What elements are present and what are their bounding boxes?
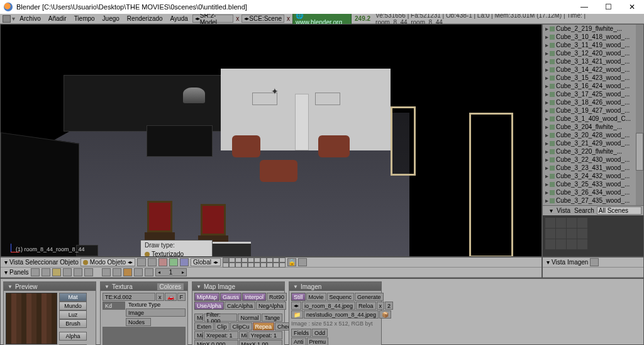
outliner-item[interactable]: ▸Cube_2_219_flwhite_... [543,25,643,33]
tangent-btn[interactable]: Tange [262,314,282,322]
menu-anadir[interactable]: Añadir [45,15,70,22]
mi-btn3[interactable]: Mi [239,331,248,339]
image-name[interactable]: io_room_8_44.jpeg [302,302,355,310]
img-pin-icon[interactable] [590,258,599,266]
odd-btn[interactable]: Odd [312,329,328,337]
sub-material[interactable] [113,268,121,276]
outliner-item[interactable]: ▸Cube_3_204_flwhite_... [543,123,643,131]
usealpha-btn[interactable]: UseAlpha [194,302,224,310]
calcalpha-btn[interactable]: CalcAlpha [225,302,255,310]
yrepeat-field[interactable]: Yrepeat: 1 [248,331,283,339]
movie-btn[interactable]: Movie [306,293,326,301]
manipulator-scale[interactable] [180,258,189,266]
img-x[interactable]: x [377,302,385,310]
outliner-item[interactable]: ▸Cube_3_21_429_wood_... [543,139,643,147]
tex-fake[interactable]: F [177,293,186,301]
manipulator-rotate[interactable] [169,258,178,266]
context-object[interactable] [63,268,72,276]
outliner-item[interactable]: ▸Cube_3_22_430_wood_... [543,156,643,164]
premul-btn[interactable]: Premu [307,337,329,345]
scrollbar-thumb[interactable] [636,133,643,171]
texture-name[interactable]: TE:Kd.002 [103,293,155,301]
select-menu[interactable]: Seleccionar [25,259,58,266]
filter-field[interactable]: Filter: 1.000 [204,314,237,322]
image-path[interactable]: nes\studio_room_8_44.jpeg [304,310,379,319]
close-button[interactable]: ✕ [620,0,644,14]
browse-icon[interactable]: 📁 [291,310,303,319]
layer-buttons[interactable] [223,257,286,268]
orientation-selector[interactable]: Global◂▸ [191,258,221,266]
lock-icon[interactable]: 🔒 [287,258,296,266]
outliner-item[interactable]: ▸Cube_3_12_420_wood_... [543,49,643,57]
gauss-btn[interactable]: Gauss [220,293,242,301]
mi-btn2[interactable]: Mi [194,331,203,339]
collapse-icon[interactable]: ▾ [12,15,15,22]
clip-btn[interactable]: Clip [214,322,230,331]
outliner-item[interactable]: ▸Cube_3_17_425_wood_... [543,90,643,98]
sub-texture[interactable] [123,268,132,276]
clipcube-btn[interactable]: ClipCu [230,322,252,331]
maximize-button[interactable]: ☐ [596,0,620,14]
outliner-item[interactable]: ▸Cube_3_10_418_wood_... [543,33,643,41]
render-icon[interactable] [298,258,307,266]
sub-radio[interactable] [134,268,143,276]
reload-btn[interactable]: Reloa [356,302,376,310]
outliner-item[interactable]: ▸Cube_3_18_426_wood_... [543,98,643,106]
outliner-item[interactable]: ▸Cube_3_23_431_wood_... [543,164,643,172]
context-editing[interactable] [74,268,82,276]
minx-field[interactable]: MinX 0.000 [194,340,238,345]
pack-icon[interactable]: 📦 [379,310,391,319]
preview-mat[interactable]: Mat [59,293,87,302]
outliner-item[interactable]: ▸Cube_3_220_flwhite_... [543,147,643,156]
preview-alpha[interactable]: Alpha [59,332,87,341]
drawtype-textured[interactable]: Texturizado [141,250,212,257]
tex-auto[interactable]: 🚗 [165,293,177,301]
outliner-filter[interactable]: All Scenes [597,206,641,215]
anti-btn[interactable]: Anti [291,337,306,345]
nodes-toggle[interactable]: Nodes [126,318,151,326]
outliner-item[interactable]: ▸Cube_3_1_409_wood_C... [543,115,643,123]
menu-juego[interactable]: Juego [99,15,123,22]
textype-select[interactable]: Image [126,308,186,317]
sequence-btn[interactable]: Sequenc [327,293,355,301]
mipmap-btn[interactable]: MipMap [194,293,219,301]
menu-tiempo[interactable]: Tiempo [71,15,98,22]
sub-lamp[interactable] [102,268,111,276]
outliner-item[interactable]: ▸Cube_3_26_434_wood_... [543,188,643,196]
scene-selector[interactable]: ◂▸ SCE:Scene [242,14,284,23]
normal-btn[interactable]: Normal [238,314,261,322]
screen-selector[interactable]: ◂▸ SR:2-Model [192,14,234,23]
outliner-item[interactable]: ▸Cube_3_11_419_wood_... [543,41,643,49]
outliner-item[interactable]: ▸Cube_3_16_424_wood_... [543,82,643,90]
maxx-field[interactable]: MaxX 1.00 [239,340,283,345]
collapse-icon[interactable]: ▾ [4,259,8,266]
collapse-icon[interactable]: ▾ [4,269,8,276]
repeat-btn[interactable]: Repea [253,322,275,331]
context-shading[interactable] [52,268,61,276]
tex-slot[interactable]: Kd [103,302,125,310]
img-view-menu[interactable]: Vista [552,259,565,266]
rot90-btn[interactable]: Rot90 [267,293,287,301]
drawtype-button[interactable] [137,258,146,266]
scene-delete[interactable]: x [286,15,291,22]
sub-world[interactable] [145,268,153,276]
outliner-search[interactable]: Search [573,207,596,214]
outliner-item[interactable]: ▸Cube_3_19_427_wood_... [543,106,643,115]
menu-render[interactable]: Renderizado [124,15,166,22]
scrollbar[interactable] [636,25,643,205]
outliner-list[interactable]: ▸Cube_2_219_flwhite_...▸Cube_3_10_418_wo… [543,25,643,205]
preview-brush[interactable]: Brush [59,319,87,328]
mi-btn[interactable]: Mi [194,314,203,322]
uv-grid-preview[interactable] [543,215,643,256]
outliner-item[interactable]: ▸Cube_3_24_432_wood_... [543,172,643,180]
extend-btn[interactable]: Exten [194,322,214,331]
manipulator-translate[interactable] [158,258,167,266]
mode-selector[interactable]: Modo Objeto◂▸ [80,258,135,266]
screen-delete[interactable]: x [235,15,240,22]
outliner-item[interactable]: ▸Cube_3_13_421_wood_... [543,57,643,65]
3d-viewport[interactable]: ✦ (1) room_8_44_room_8_44 Draw type: Tex… [0,24,542,257]
outliner-item[interactable]: ▸Cube_3_20_428_wood_... [543,131,643,139]
generate-btn[interactable]: Generate [355,293,384,301]
outliner-item[interactable]: ▸Cube_3_14_422_wood_... [543,65,643,74]
still-btn[interactable]: Still [291,293,306,301]
